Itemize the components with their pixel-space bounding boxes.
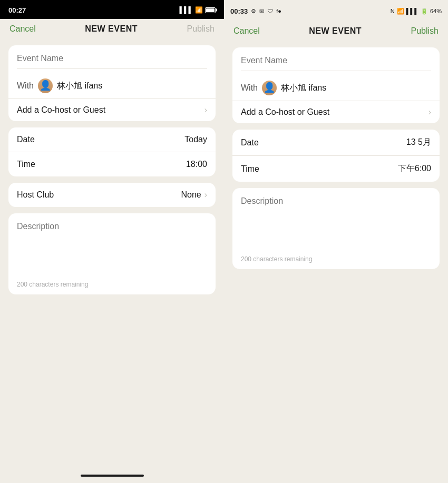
left-host-name: 林小旭 ifans xyxy=(57,81,102,92)
right-divider-1 xyxy=(241,71,431,71)
right-nav-title: NEW EVENT xyxy=(309,26,362,36)
left-host-club-card: Host Club None › xyxy=(8,183,216,207)
left-nav-title: NEW EVENT xyxy=(85,24,138,34)
battery-icon xyxy=(205,7,216,13)
left-datetime-card: Date Today Time 18:00 xyxy=(8,127,216,176)
left-description-card: 200 characters remaining xyxy=(8,213,216,294)
left-status-time: 00:27 xyxy=(8,6,26,14)
left-status-icons: ▌▌▌ 📶 xyxy=(179,6,216,14)
right-status-bar: 00:33 ⚙ ✉ 🛡 f● N 📶 ▌▌▌ 🔋 64% xyxy=(224,0,448,21)
left-time-label: Time xyxy=(17,160,35,169)
left-time-row[interactable]: Time 18:00 xyxy=(8,152,216,176)
left-host-club-chevron-icon: › xyxy=(204,190,207,200)
left-event-card: With 林小旭 ifans Add a Co-host or Guest › xyxy=(8,45,216,121)
right-publish-button[interactable]: Publish xyxy=(411,26,439,36)
right-nav-bar: Cancel NEW EVENT Publish xyxy=(224,21,448,41)
left-status-bar: 00:27 ▌▌▌ 📶 xyxy=(0,0,224,19)
right-cancel-button[interactable]: Cancel xyxy=(233,26,260,36)
right-date-row[interactable]: Date 13 5月 xyxy=(232,130,440,155)
right-cohost-label: Add a Co-host or Guest xyxy=(241,107,329,117)
left-home-indicator xyxy=(0,470,224,483)
left-cohost-row[interactable]: Add a Co-host or Guest › xyxy=(8,98,216,121)
left-host-avatar xyxy=(38,78,53,93)
left-cohost-label: Add a Co-host or Guest xyxy=(17,105,105,115)
left-date-row[interactable]: Date Today xyxy=(8,127,216,152)
left-host-club-value: None xyxy=(181,190,201,200)
right-status-time: 00:33 xyxy=(230,7,248,15)
left-home-bar xyxy=(81,475,144,477)
right-status-signal2-icon: ▌▌▌ xyxy=(406,8,418,14)
left-cancel-button[interactable]: Cancel xyxy=(9,24,36,34)
right-with-row: With 林小旭 ifans xyxy=(232,76,440,101)
right-phone-panel: 00:33 ⚙ ✉ 🛡 f● N 📶 ▌▌▌ 🔋 64% Cancel NEW … xyxy=(224,0,448,483)
left-date-value: Today xyxy=(184,135,207,144)
right-date-label: Date xyxy=(241,138,259,147)
right-battery-percent: 64% xyxy=(430,8,442,14)
signal-icon: ▌▌▌ xyxy=(179,6,193,14)
right-host-name: 林小旭 ifans xyxy=(281,83,326,94)
right-date-value: 13 5月 xyxy=(406,137,431,148)
right-event-card: With 林小旭 ifans Add a Co-host or Guest › xyxy=(232,47,440,123)
right-status-wifi2-icon: 📶 xyxy=(397,8,404,15)
left-content: With 林小旭 ifans Add a Co-host or Guest › … xyxy=(0,39,224,470)
right-time-value: 下午6:00 xyxy=(398,163,431,174)
right-event-name-input[interactable] xyxy=(232,47,440,65)
left-with-row: With 林小旭 ifans xyxy=(8,74,216,98)
left-date-label: Date xyxy=(17,135,35,144)
left-divider-1 xyxy=(17,68,207,69)
left-time-value: 18:00 xyxy=(186,160,207,169)
right-datetime-card: Date 13 5月 Time 下午6:00 xyxy=(232,130,440,182)
left-char-remaining: 200 characters remaining xyxy=(8,279,216,294)
right-cohost-chevron-icon: › xyxy=(428,107,431,117)
left-cohost-chevron-icon: › xyxy=(204,105,207,115)
left-host-club-right: None › xyxy=(181,190,207,200)
left-host-club-row[interactable]: Host Club None › xyxy=(8,183,216,207)
left-host-club-label: Host Club xyxy=(17,190,54,200)
left-with-label: With xyxy=(17,81,34,91)
right-time-label: Time xyxy=(241,164,259,174)
right-battery-icon: 🔋 xyxy=(421,8,428,15)
right-status-fb-icon: f● xyxy=(276,8,281,14)
left-description-input[interactable] xyxy=(8,213,216,277)
right-status-shield-icon: 🛡 xyxy=(267,8,273,14)
right-with-label: With xyxy=(241,83,258,93)
right-content: With 林小旭 ifans Add a Co-host or Guest › … xyxy=(224,41,448,483)
right-description-card: 200 characters remaining xyxy=(232,188,440,269)
right-status-msg-icon: ✉ xyxy=(259,8,264,15)
right-description-input[interactable] xyxy=(232,188,440,251)
right-char-remaining: 200 characters remaining xyxy=(232,253,440,269)
right-status-settings-icon: ⚙ xyxy=(251,8,256,15)
wifi-icon: 📶 xyxy=(195,6,203,14)
left-publish-button[interactable]: Publish xyxy=(187,24,215,34)
right-cohost-row[interactable]: Add a Co-host or Guest › xyxy=(232,101,440,123)
left-phone-panel: 00:27 ▌▌▌ 📶 Cancel NEW EVENT Publish Wit… xyxy=(0,0,224,483)
left-nav-bar: Cancel NEW EVENT Publish xyxy=(0,19,224,39)
right-host-avatar xyxy=(262,81,277,95)
right-time-row[interactable]: Time 下午6:00 xyxy=(232,155,440,182)
left-event-name-input[interactable] xyxy=(8,45,216,63)
right-status-n-icon: N xyxy=(391,8,395,14)
